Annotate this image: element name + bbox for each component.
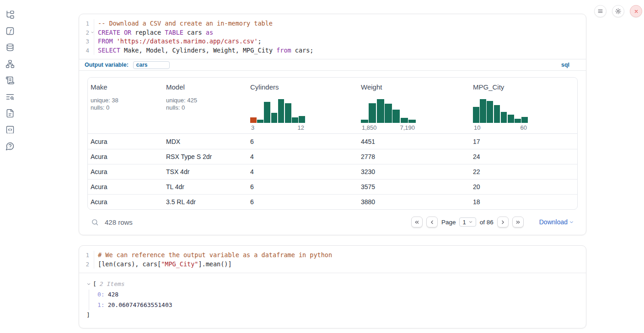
hist-bar (408, 120, 416, 123)
python-output: [ 2 Items 0:4281:20.060747663551403 ] (79, 273, 586, 328)
table-cell: RSX Type S 2dr (163, 153, 247, 160)
fold-chevron-icon[interactable] (91, 31, 94, 34)
table-cell: TSX 4dr (163, 168, 247, 175)
column-header[interactable]: MPG_City1060 (470, 78, 577, 133)
line-number: 1 (79, 251, 94, 260)
table-cell: 17 (470, 138, 577, 145)
pagination: Page 1 of 86 Download (411, 217, 574, 227)
next-page-button[interactable] (497, 217, 509, 227)
collapse-chevron-icon[interactable] (86, 282, 91, 286)
chevrons-right-icon (515, 219, 521, 225)
list-item-key: 0: (97, 291, 105, 298)
sidebar: ƒ (0, 0, 20, 151)
menu-button[interactable] (594, 5, 606, 17)
sidebar-item-help[interactable] (5, 142, 15, 151)
column-name: Weight (361, 83, 467, 91)
hist-bar (369, 103, 376, 123)
column-stats: unique: 425nulls: 0 (166, 97, 244, 111)
code-line: 1-- Download a CSV and create an in-memo… (79, 19, 586, 28)
line-number: 3 (79, 37, 94, 46)
last-page-button[interactable] (512, 217, 524, 227)
gear-icon (615, 8, 622, 15)
code-text: # We can reference the output variable a… (94, 251, 332, 260)
search-button[interactable] (91, 218, 99, 226)
hist-bar (515, 119, 521, 123)
hist-bar (521, 117, 528, 123)
hist-axis-labels: 312 (250, 124, 305, 131)
page-total-label: of 86 (480, 219, 494, 226)
list-item-value: 20.060747663551403 (108, 301, 172, 308)
hist-bar (271, 113, 278, 123)
code-line: 2[len(cars), cars["MPG_City"].mean()] (79, 260, 586, 269)
download-button[interactable]: Download (539, 218, 574, 226)
python-code-editor[interactable]: 1# We can reference the output variable … (79, 246, 586, 273)
column-name: Model (166, 83, 244, 91)
code-line: 3FROM 'https://datasets.marimo.app/cars.… (79, 37, 586, 46)
column-header[interactable]: Makeunique: 38nulls: 0 (88, 78, 163, 133)
hist-bar (480, 99, 486, 123)
code-text: -- Download a CSV and create an in-memor… (94, 19, 273, 28)
histogram (250, 99, 305, 123)
hist-bar (494, 105, 500, 123)
sql-code-editor[interactable]: 1-- Download a CSV and create an in-memo… (79, 14, 586, 59)
language-badge[interactable]: sql (561, 62, 569, 68)
table-row: AcuraTSX 4dr4323022 (88, 164, 577, 179)
sidebar-item-logs[interactable] (5, 92, 15, 101)
line-number: 1 (79, 19, 94, 28)
page-select[interactable]: 1 (459, 217, 476, 227)
hist-bar (285, 103, 291, 123)
table-cell: Acura (88, 138, 163, 145)
items-count-label: 2 Items (100, 280, 125, 289)
column-name: Make (91, 83, 160, 91)
page-label: Page (441, 219, 456, 226)
column-name: Cylinders (250, 83, 354, 91)
column-header[interactable]: Weight1,8507,190 (358, 78, 470, 133)
code-text: SELECT Make, Model, Cylinders, Weight, M… (94, 46, 313, 55)
settings-button[interactable] (612, 5, 624, 17)
table-header-row: Makeunique: 38nulls: 0Modelunique: 425nu… (88, 78, 577, 134)
table-cell: 3880 (358, 198, 470, 206)
shutdown-button[interactable] (630, 5, 642, 17)
sidebar-item-documentation[interactable] (5, 109, 15, 118)
table-cell: Acura (88, 168, 163, 175)
open-bracket: [ (93, 280, 97, 289)
column-header[interactable]: Cylinders312 (247, 78, 358, 133)
sidebar-item-file-explorer[interactable] (5, 10, 15, 19)
table-cell: 3575 (358, 183, 470, 190)
database-icon (5, 43, 15, 52)
close-icon (633, 8, 639, 15)
hist-max-label: 60 (521, 124, 527, 131)
sidebar-item-scratchpad[interactable] (5, 76, 15, 85)
hist-bar (278, 99, 284, 123)
code-line: 2CREATE OR replace TABLE cars as (79, 28, 586, 37)
sidebar-item-variables[interactable]: ƒ (5, 26, 15, 36)
hist-bar (377, 99, 384, 123)
help-bubble-icon (5, 142, 15, 151)
chevrons-left-icon (414, 219, 420, 225)
table-cell: 3.5 RL 4dr (163, 198, 247, 206)
first-page-button[interactable] (411, 217, 423, 227)
table-cell: Acura (88, 198, 163, 206)
table-cell: 4 (247, 168, 358, 175)
list-item: 1:20.060747663551403 (97, 300, 586, 311)
hist-bar (257, 120, 263, 123)
sidebar-item-snippets[interactable] (5, 125, 15, 134)
table-cell: 18 (470, 198, 577, 206)
list-output-entries: 0:4281:20.060747663551403 (89, 290, 586, 310)
document-icon (5, 109, 15, 118)
chevron-right-icon (500, 219, 506, 225)
sidebar-item-dependency-graph[interactable] (5, 59, 15, 69)
output-variable-input[interactable] (133, 61, 170, 69)
table-cell: 2778 (358, 153, 470, 160)
line-number: 2 (79, 28, 94, 37)
previous-page-button[interactable] (426, 217, 438, 227)
sidebar-item-datasources[interactable] (5, 43, 15, 52)
list-item: 0:428 (97, 290, 586, 300)
column-header[interactable]: Modelunique: 425nulls: 0 (163, 78, 247, 133)
notebook: 1-- Download a CSV and create an in-memo… (79, 14, 586, 328)
hist-bar (385, 104, 392, 123)
hist-bar (299, 116, 305, 123)
code-line: 4SELECT Make, Model, Cylinders, Weight, … (79, 46, 586, 55)
table-cell: 4451 (358, 138, 470, 145)
hist-bar (292, 117, 298, 123)
